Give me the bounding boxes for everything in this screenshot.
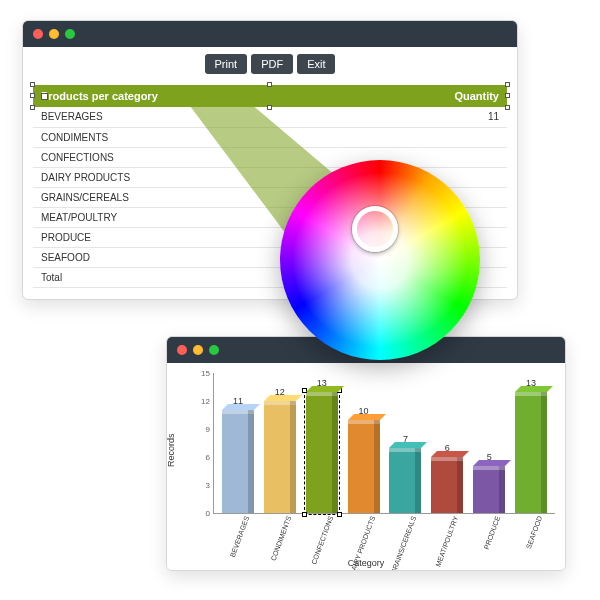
color-wheel[interactable]: [280, 160, 480, 360]
zoom-icon[interactable]: [65, 29, 75, 39]
chart-ytick: 3: [190, 481, 210, 490]
chart-ytick: 15: [190, 369, 210, 378]
report-titlebar: [23, 21, 517, 47]
color-wheel-selector-ring[interactable]: [352, 206, 398, 252]
report-header-right: Quantity: [454, 90, 499, 102]
row-name: CONDIMENTS: [33, 127, 447, 147]
close-icon[interactable]: [33, 29, 43, 39]
chart-bar[interactable]: 5PRODUCE: [471, 373, 507, 513]
zoom-icon[interactable]: [209, 345, 219, 355]
chart-bar[interactable]: 6MEAT/POULTRY: [429, 373, 465, 513]
chart-ylabel: Records: [166, 433, 176, 467]
close-icon[interactable]: [177, 345, 187, 355]
chart-bar[interactable]: 13CONFECTIONS: [304, 373, 340, 513]
chart-bar-value: 12: [264, 387, 296, 397]
chart-ytick: 0: [190, 509, 210, 518]
chart-bar-value: 7: [389, 434, 421, 444]
row-qty: [447, 127, 507, 147]
chart-bar-value: 13: [515, 378, 547, 388]
chart-bar[interactable]: 11BEVERAGES: [220, 373, 256, 513]
row-name: BEVERAGES: [33, 107, 447, 127]
row-qty: [447, 147, 507, 167]
minimize-icon[interactable]: [49, 29, 59, 39]
row-qty: [447, 167, 507, 187]
chart-ytick: 6: [190, 453, 210, 462]
chart-ytick: 9: [190, 425, 210, 434]
print-button[interactable]: Print: [205, 54, 248, 74]
chart-bar-value: 5: [473, 452, 505, 462]
row-qty: 11: [447, 107, 507, 127]
chart-window: Records 11BEVERAGES12CONDIMENTS13CONFECT…: [166, 336, 566, 571]
chart-bar[interactable]: 10DAIRY PRODUCTS: [346, 373, 382, 513]
report-header-row[interactable]: Products per category Quantity: [33, 85, 507, 107]
report-toolbar: Print PDF Exit: [23, 47, 517, 81]
exit-button[interactable]: Exit: [297, 54, 335, 74]
pdf-button[interactable]: PDF: [251, 54, 293, 74]
chart-bar[interactable]: 12CONDIMENTS: [262, 373, 298, 513]
report-header-left: Products per category: [41, 90, 158, 102]
chart-bar[interactable]: 13SEAFOOD: [513, 373, 549, 513]
chart-bar-value: 6: [431, 443, 463, 453]
chart-xlabel: Category: [167, 558, 565, 568]
chart-bar-value: 13: [306, 378, 338, 388]
chart-bar-value: 11: [222, 396, 254, 406]
chart-area: Records 11BEVERAGES12CONDIMENTS13CONFECT…: [167, 363, 565, 570]
table-row[interactable]: BEVERAGES11: [33, 107, 507, 127]
chart-ytick: 12: [190, 397, 210, 406]
table-row[interactable]: CONFECTIONS: [33, 147, 507, 167]
chart-bar-value: 10: [348, 406, 380, 416]
table-row[interactable]: CONDIMENTS: [33, 127, 507, 147]
chart-bar[interactable]: 7GRAINS/CEREALS: [388, 373, 424, 513]
minimize-icon[interactable]: [193, 345, 203, 355]
chart-plot: 11BEVERAGES12CONDIMENTS13CONFECTIONS10DA…: [213, 373, 555, 514]
